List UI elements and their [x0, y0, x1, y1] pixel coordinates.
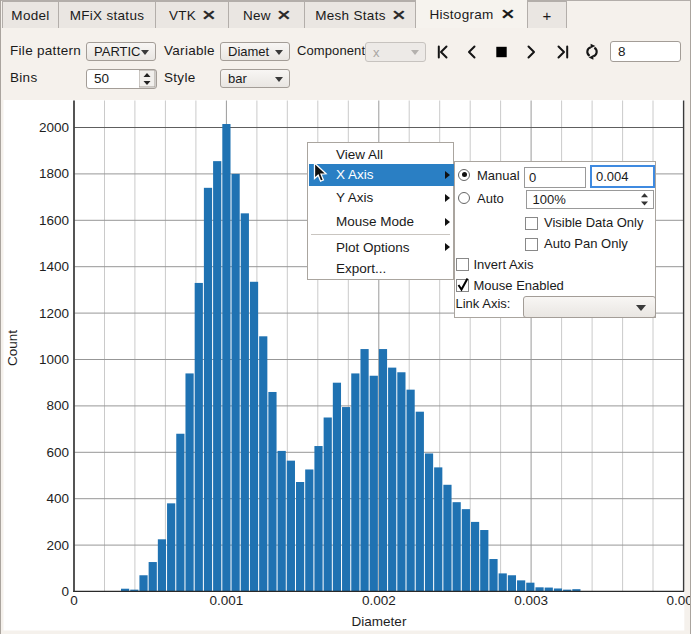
svg-text:Count: Count [5, 330, 20, 366]
svg-text:0.004: 0.004 [667, 593, 691, 608]
svg-text:0: 0 [61, 584, 69, 599]
svg-text:0: 0 [70, 593, 78, 608]
svg-text:200: 200 [46, 538, 69, 553]
svg-text:0.002: 0.002 [362, 593, 396, 608]
svg-text:0.001: 0.001 [210, 593, 244, 608]
svg-text:1800: 1800 [39, 166, 69, 181]
svg-text:1600: 1600 [39, 213, 69, 228]
svg-text:1000: 1000 [39, 352, 69, 367]
svg-text:1200: 1200 [39, 306, 69, 321]
svg-text:Diameter: Diameter [352, 614, 407, 629]
svg-text:2000: 2000 [39, 120, 69, 135]
svg-text:0.003: 0.003 [514, 593, 548, 608]
svg-text:400: 400 [46, 491, 69, 506]
svg-text:600: 600 [46, 445, 69, 460]
svg-text:800: 800 [46, 398, 69, 413]
svg-text:1400: 1400 [39, 259, 69, 274]
